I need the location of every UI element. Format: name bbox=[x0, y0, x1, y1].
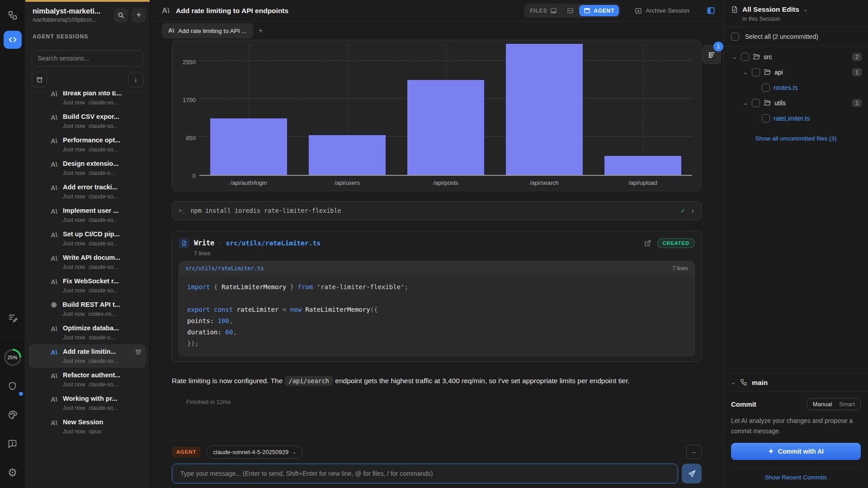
open-external-icon[interactable] bbox=[644, 240, 651, 247]
new-session-button[interactable]: + bbox=[132, 8, 146, 23]
scroll-to-bottom-button[interactable]: ↓ bbox=[128, 72, 143, 87]
tool-file-path[interactable]: src/utils/rateLimiter.ts bbox=[226, 239, 321, 247]
folder-checkbox[interactable] bbox=[752, 99, 760, 107]
session-item-selected[interactable]: A\ Add rate limitin... Just nowclaude-so… bbox=[29, 344, 146, 368]
session-item[interactable]: A\ Add error tracki... Just nowclaude-so… bbox=[29, 180, 146, 203]
folder-checkbox[interactable] bbox=[752, 68, 760, 76]
chart-bar bbox=[604, 156, 681, 175]
file-checkbox[interactable] bbox=[762, 114, 770, 122]
document-icon bbox=[731, 6, 738, 13]
session-model: claude-o... bbox=[89, 170, 115, 176]
session-model: claude-so... bbox=[89, 405, 118, 411]
agent-label: AGENT bbox=[594, 8, 614, 14]
session-item[interactable]: A\ New Session Just nowopus bbox=[29, 415, 146, 438]
tab-active[interactable]: A\ Add rate limiting to API ... bbox=[162, 23, 253, 38]
anthropic-logo-icon: A\ bbox=[51, 230, 57, 239]
message-input[interactable] bbox=[172, 464, 678, 483]
session-item[interactable]: A\ Build CSV expor... Just nowclaude-so.… bbox=[29, 109, 146, 133]
chevron-down-icon[interactable]: ⌄ bbox=[743, 100, 748, 106]
search-sessions-input[interactable] bbox=[32, 50, 143, 66]
workflow-icon[interactable] bbox=[4, 6, 22, 24]
right-panel-toggle-button[interactable] bbox=[707, 6, 715, 15]
context-indicator-button[interactable]: -- bbox=[686, 445, 702, 459]
split-horizontal-icon bbox=[567, 7, 574, 14]
session-time: Just now bbox=[63, 428, 85, 435]
terminal-command-row[interactable]: >_ npm install ioredis rate-limiter-flex… bbox=[172, 201, 702, 220]
model-selector[interactable]: claude-sonnet-4-5-20250929 ⌄ bbox=[206, 446, 303, 459]
session-model: claude-so... bbox=[89, 240, 118, 247]
session-item[interactable]: ❋ Build REST API t... Just nowcodex-mi..… bbox=[29, 297, 146, 321]
session-model: claude-so... bbox=[89, 123, 118, 129]
chevron-down-icon[interactable]: ⌄ bbox=[803, 6, 808, 13]
lines-count: 7 lines bbox=[194, 250, 695, 257]
view-toggle-agent[interactable]: AGENT bbox=[579, 5, 619, 16]
session-item[interactable]: A\ Set up CI/CD pip... Just nowclaude-so… bbox=[29, 227, 146, 250]
session-model: claude-so... bbox=[89, 146, 118, 153]
session-item[interactable]: A\ Optimize databa... Just nowclaude-o..… bbox=[29, 321, 146, 344]
mode-smart[interactable]: Smart bbox=[839, 401, 855, 408]
mode-manual[interactable]: Manual bbox=[813, 401, 832, 408]
count-badge: 1 bbox=[852, 68, 862, 76]
search-button[interactable] bbox=[113, 8, 128, 23]
context-usage-ring[interactable]: 25% bbox=[4, 349, 21, 366]
commit-with-ai-button[interactable]: ✦ Commit with AI bbox=[731, 443, 861, 460]
folder-checkbox[interactable] bbox=[741, 53, 749, 61]
agent-mode-badge[interactable]: AGENT bbox=[172, 446, 201, 457]
view-toggle-split[interactable] bbox=[562, 5, 578, 16]
shield-icon[interactable] bbox=[4, 377, 22, 395]
tree-row-folder[interactable]: ⌄ api 1 bbox=[724, 65, 868, 80]
session-model: opus bbox=[89, 428, 101, 435]
file-name-link[interactable]: routes.ts bbox=[774, 84, 798, 91]
expand-chevron-icon[interactable]: › bbox=[690, 206, 695, 215]
branch-row[interactable]: ⌄ main bbox=[724, 373, 868, 392]
chart-bar bbox=[309, 135, 386, 175]
code-workspace-button[interactable] bbox=[4, 31, 22, 49]
session-item[interactable]: A\ Performance opt... Just nowclaude-so.… bbox=[29, 133, 146, 156]
code-body[interactable]: import { RateLimiterMemory } from 'rate-… bbox=[179, 275, 694, 356]
feedback-icon[interactable] bbox=[4, 435, 22, 453]
tree-row-folder[interactable]: ⌄ src 2 bbox=[724, 49, 868, 65]
session-item[interactable]: A\ Working with pr... Just nowclaude-so.… bbox=[29, 391, 146, 415]
session-title: Set up CI/CD pip... bbox=[63, 230, 142, 238]
archive-session-icon[interactable] bbox=[135, 349, 142, 357]
show-recent-commits-link[interactable]: Show Recent Commits bbox=[724, 468, 868, 488]
archive-session-button[interactable]: Archive Session bbox=[635, 7, 689, 14]
tree-row-folder[interactable]: ⌄ utils 1 bbox=[724, 95, 868, 111]
folder-name: api bbox=[774, 69, 783, 76]
palette-icon[interactable] bbox=[4, 406, 22, 424]
conversation-content: 1 2550 1700 850 0 bbox=[150, 40, 723, 440]
session-item[interactable]: A\ Design extensio... Just nowclaude-o..… bbox=[29, 156, 146, 180]
chevron-down-icon[interactable]: ⌄ bbox=[743, 69, 748, 75]
session-item[interactable]: A\ Write API docum... Just nowclaude-so.… bbox=[29, 250, 146, 274]
session-item[interactable]: A\ Break plan into E... Just nowclaude-s… bbox=[29, 91, 146, 109]
session-item[interactable]: A\ Fix WebSocket r... Just nowclaude-so.… bbox=[29, 274, 146, 297]
y-tick: 1700 bbox=[183, 97, 196, 103]
model-name: claude-sonnet-4-5-20250929 bbox=[213, 449, 288, 455]
session-title: Implement user ... bbox=[63, 207, 142, 214]
file-name-link[interactable]: rateLimiter.ts bbox=[774, 115, 810, 122]
chevron-down-icon[interactable]: ⌄ bbox=[731, 379, 736, 385]
select-all-checkbox[interactable] bbox=[731, 33, 739, 41]
tree-row-file[interactable]: rateLimiter.ts bbox=[724, 111, 868, 126]
archive-filter-button[interactable] bbox=[32, 72, 47, 87]
commit-mode-toggle[interactable]: Manual Smart bbox=[807, 398, 861, 410]
file-checkbox[interactable] bbox=[762, 84, 770, 92]
session-model: claude-o... bbox=[89, 334, 115, 341]
y-tick: 2550 bbox=[183, 59, 196, 66]
compose-icon[interactable] bbox=[4, 309, 22, 327]
code-file-path[interactable]: src/utils/rateLimiter.ts bbox=[185, 265, 264, 272]
folder-open-icon bbox=[764, 99, 771, 107]
send-button[interactable] bbox=[682, 464, 702, 483]
settings-gear-icon[interactable]: ⚙ bbox=[4, 464, 22, 482]
new-tab-button[interactable]: + bbox=[259, 26, 263, 35]
session-item[interactable]: A\ Implement user ... Just nowclaude-so.… bbox=[29, 203, 146, 227]
show-all-files-link[interactable]: Show all uncommitted files (3) bbox=[724, 135, 868, 142]
tree-row-file[interactable]: routes.ts bbox=[724, 80, 868, 95]
session-item[interactable]: A\ Refactor authent... Just nowclaude-so… bbox=[29, 368, 146, 391]
outline-button[interactable]: 1 bbox=[703, 45, 721, 64]
anthropic-logo-icon: A\ bbox=[51, 91, 57, 99]
archive-icon bbox=[635, 7, 642, 14]
chevron-down-icon[interactable]: ⌄ bbox=[732, 54, 737, 60]
select-all-row[interactable]: Select all (2 uncommitted) bbox=[724, 27, 868, 47]
view-toggle-files[interactable]: FILES bbox=[525, 5, 561, 16]
